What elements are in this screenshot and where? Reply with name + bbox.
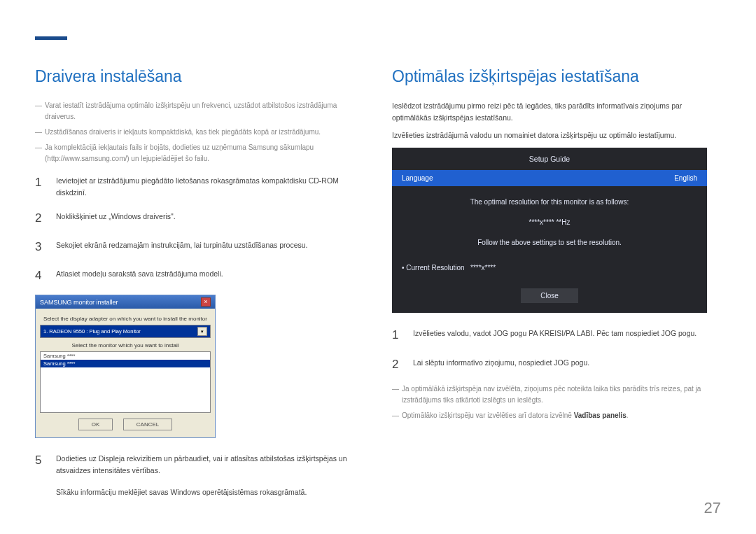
right-step-1: 1 Izvēlieties valodu, vadot JOG pogu PA …	[392, 325, 721, 344]
osd-current-resolution: • Current Resolution ****x****	[392, 258, 707, 277]
step-number: 1	[35, 173, 45, 199]
osd-message: The optimal resolution for this monitor …	[392, 186, 707, 258]
cancel-button[interactable]: CANCEL	[123, 419, 172, 430]
left-column: Draivera instalēšana Varat iestatīt izst…	[35, 42, 364, 498]
left-step-5: 5 Dodieties uz Displeja rekvizītiem un p…	[35, 451, 364, 477]
left-step-4: 4 Atlasiet modeļu sarakstā sava izstrādā…	[35, 266, 364, 285]
osd-language-value: English	[674, 174, 697, 182]
right-note-2-bold: Vadības panelis	[574, 412, 626, 419]
osd-language-label: Language	[402, 174, 433, 182]
adapter-selected: 1. RADEON 9550 : Plug and Play Monitor	[43, 328, 141, 335]
list-item[interactable]: Samsung ****	[41, 360, 210, 367]
left-step-1: 1 Ievietojiet ar izstrādājumu piegādāto …	[35, 173, 364, 199]
step-number: 1	[392, 325, 402, 344]
step-text: Sekojiet ekrānā redzamajām instrukcijām,…	[56, 237, 364, 256]
osd-msg-line1: The optimal resolution for this monitor …	[420, 196, 679, 208]
right-step-2: 2 Lai slēptu informatīvo ziņojumu, nospi…	[392, 355, 721, 374]
osd-msg-line2: Follow the above settings to set the res…	[420, 237, 679, 248]
close-icon[interactable]: ×	[201, 297, 211, 307]
right-heading: Optimālas izšķirtspējas iestatīšana	[392, 67, 721, 86]
step-number: 3	[35, 237, 45, 256]
right-note-2: Optimālāko izšķirtspēju var izvēlēties a…	[392, 410, 721, 421]
adapter-dropdown[interactable]: 1. RADEON 9550 : Plug and Play Monitor ▾	[40, 325, 211, 338]
right-note-1: Ja optimālākā izšķirtspēja nav izvēlēta,…	[392, 384, 721, 406]
osd-close-button[interactable]: Close	[521, 288, 578, 303]
installer-label-1: Select the display adapter on which you …	[40, 316, 211, 322]
osd-cur-label: Current Resolution	[406, 264, 464, 272]
list-item[interactable]: Samsung ****	[41, 352, 210, 360]
right-note-2-text: Optimālāko izšķirtspēju var izvēlēties a…	[402, 412, 574, 419]
monitor-listbox[interactable]: Samsung **** Samsung ****	[40, 351, 211, 413]
step-number: 2	[392, 355, 402, 374]
left-note-3: Ja komplektācijā iekļautais fails ir boj…	[35, 142, 364, 164]
left-step-3: 3 Sekojiet ekrānā redzamajām instrukcijā…	[35, 237, 364, 256]
installer-label-2: Select the monitor which you want to ins…	[40, 342, 211, 349]
osd-panel: Setup Guide Language English The optimal…	[392, 148, 707, 313]
osd-close-row: Close	[392, 277, 707, 313]
step-text: Noklikšķiniet uz „Windows draiveris".	[56, 209, 364, 227]
right-intro-2: Izvēlieties izstrādājumā valodu un nomai…	[392, 129, 721, 141]
osd-title: Setup Guide	[392, 148, 707, 170]
step-number: 4	[35, 266, 45, 285]
osd-resolution: ****x**** **Hz	[420, 216, 679, 228]
left-note-2: Uzstādīšanas draiveris ir iekļauts kompa…	[35, 127, 364, 138]
left-heading: Draivera instalēšana	[35, 67, 364, 86]
right-column: Optimālas izšķirtspējas iestatīšana Iesl…	[392, 42, 721, 498]
header-accent-bar	[35, 36, 67, 40]
step-number: 5	[35, 451, 45, 477]
step-text: Atlasiet modeļu sarakstā sava izstrādāju…	[56, 266, 364, 285]
osd-language-row[interactable]: Language English	[392, 170, 707, 186]
right-intro-1: Ieslēdzot izstrādājumu pirmo reizi pēc t…	[392, 100, 721, 124]
osd-cur-value: ****x****	[470, 264, 496, 272]
installer-title-text: SAMSUNG monitor installer	[40, 299, 118, 306]
installer-window: SAMSUNG monitor installer × Select the d…	[35, 295, 216, 438]
left-footnote: Sīkāku informāciju meklējiet savas Windo…	[56, 486, 364, 498]
step-text: Dodieties uz Displeja rekvizītiem un pār…	[56, 451, 364, 477]
ok-button[interactable]: OK	[78, 419, 113, 430]
left-note-1: Varat iestatīt izstrādājuma optimālo izš…	[35, 100, 364, 122]
left-step-2: 2 Noklikšķiniet uz „Windows draiveris".	[35, 209, 364, 227]
step-text: Lai slēptu informatīvo ziņojumu, nospied…	[413, 355, 721, 374]
step-text: Ievietojiet ar izstrādājumu piegādāto li…	[56, 173, 364, 199]
step-text: Izvēlieties valodu, vadot JOG pogu PA KR…	[413, 325, 721, 344]
step-number: 2	[35, 209, 45, 227]
chevron-down-icon[interactable]: ▾	[197, 327, 207, 336]
installer-titlebar: SAMSUNG monitor installer ×	[36, 295, 215, 309]
page-number: 27	[704, 499, 721, 517]
